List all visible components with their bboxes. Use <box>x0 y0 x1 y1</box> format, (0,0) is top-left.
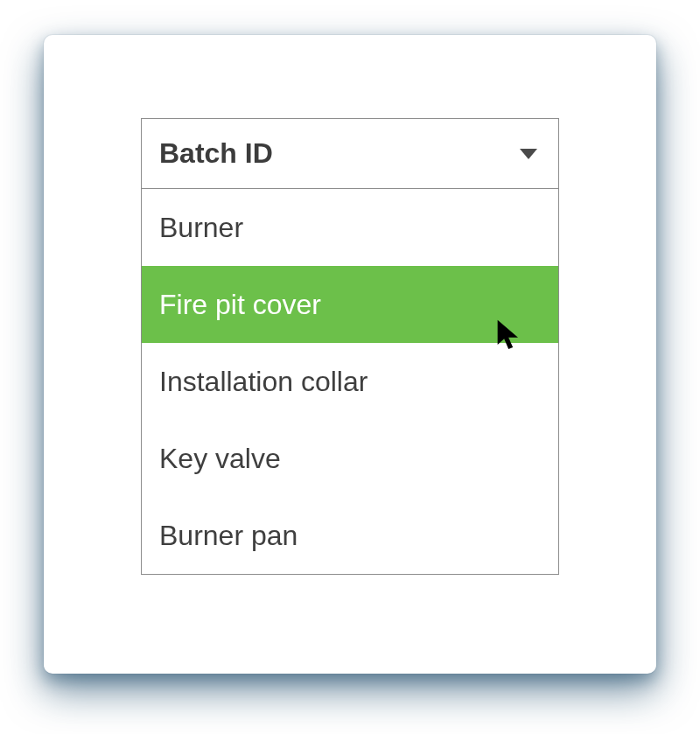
option-label: Burner <box>159 212 243 244</box>
dropdown-panel: Batch ID Burner Fire pit cover Installat… <box>44 35 656 674</box>
select-option-burner[interactable]: Burner <box>142 189 558 266</box>
select-label: Batch ID <box>159 137 273 170</box>
select-option-fire-pit-cover[interactable]: Fire pit cover <box>142 266 558 343</box>
batch-id-select[interactable]: Batch ID Burner Fire pit cover Installat… <box>141 118 559 575</box>
select-option-burner-pan[interactable]: Burner pan <box>142 497 558 574</box>
option-label: Fire pit cover <box>159 289 321 321</box>
option-label: Key valve <box>159 443 281 475</box>
select-listbox: Burner Fire pit cover Installation colla… <box>142 189 558 574</box>
caret-down-icon <box>520 149 537 159</box>
select-option-installation-collar[interactable]: Installation collar <box>142 343 558 420</box>
select-option-key-valve[interactable]: Key valve <box>142 420 558 497</box>
select-header[interactable]: Batch ID <box>142 119 558 189</box>
option-label: Installation collar <box>159 366 368 398</box>
option-label: Burner pan <box>159 520 298 552</box>
